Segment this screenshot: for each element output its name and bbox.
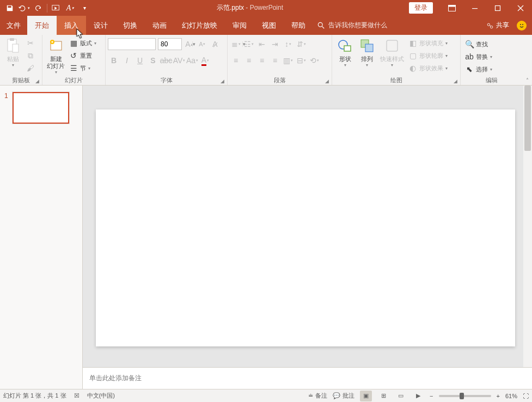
tab-animation[interactable]: 动画	[145, 16, 174, 35]
new-slide-button[interactable]: 新建 幻灯片 ▾	[45, 36, 67, 76]
thumbnail-item[interactable]: 1	[0, 86, 82, 130]
zoom-slider-handle[interactable]	[460, 393, 464, 399]
increase-indent-icon[interactable]: ⇥	[269, 38, 281, 50]
strikethrough-icon[interactable]: abc	[160, 54, 172, 66]
tab-home[interactable]: 开始	[27, 16, 57, 35]
format-painter-button[interactable]: 🖌	[24, 62, 37, 74]
app-name: PowerPoint	[250, 4, 283, 11]
notes-pane[interactable]: 单击此处添加备注	[83, 367, 532, 389]
shape-outline-button[interactable]: ▢形状轮廓▾	[406, 50, 450, 62]
vertical-scrollbar[interactable]	[523, 86, 532, 367]
align-text-icon[interactable]: ⊟▾	[295, 54, 307, 66]
zoom-level[interactable]: 61%	[505, 393, 517, 399]
reset-button[interactable]: ↺重置	[67, 50, 99, 62]
find-button[interactable]: 🔍查找	[463, 38, 494, 50]
slide-canvas-viewport[interactable]	[83, 86, 532, 367]
qat-customize-icon[interactable]: ▾	[78, 2, 91, 15]
bullets-icon[interactable]: ≣▾	[230, 38, 242, 50]
change-case-icon[interactable]: Aa▾	[186, 54, 198, 66]
font-launcher-icon[interactable]: ◢	[219, 77, 226, 84]
select-button[interactable]: ⬉选择▾	[463, 63, 494, 75]
slide-thumbnail[interactable]	[13, 92, 69, 124]
tab-view[interactable]: 视图	[254, 16, 284, 35]
share-button[interactable]: 共享	[486, 21, 509, 30]
text-direction-icon[interactable]: ⇵▾	[295, 38, 307, 50]
close-button[interactable]	[509, 0, 532, 16]
font-color-icon[interactable]: A▾	[199, 54, 211, 66]
tab-insert[interactable]: 插入	[57, 16, 86, 35]
tab-transition[interactable]: 切换	[115, 16, 145, 35]
comments-toggle[interactable]: 💬批注	[333, 392, 354, 400]
cut-button[interactable]: ✂	[24, 37, 37, 49]
align-right-icon[interactable]: ≡	[256, 54, 268, 66]
slideshow-view-icon[interactable]: ▶	[412, 391, 424, 401]
tab-file[interactable]: 文件	[0, 16, 27, 35]
align-center-icon[interactable]: ≡	[243, 54, 255, 66]
italic-icon[interactable]: I	[121, 54, 133, 66]
accessibility-check-icon[interactable]: ☒	[74, 392, 80, 399]
char-spacing-icon[interactable]: AV▾	[173, 54, 185, 66]
format-painter-icon: 🖌	[26, 64, 35, 72]
font-size-combo[interactable]: ▾	[158, 38, 182, 50]
shape-fill-button[interactable]: ◧形状填充▾	[406, 37, 450, 49]
start-from-beginning-icon[interactable]	[50, 2, 63, 15]
arrange-button[interactable]: 排列▾	[356, 36, 378, 69]
tell-me-search[interactable]: 告诉我你想要做什么	[317, 16, 387, 35]
normal-view-icon[interactable]: ▣	[360, 391, 372, 401]
smartart-convert-icon[interactable]: ⟲▾	[308, 54, 320, 66]
zoom-out-icon[interactable]: −	[430, 393, 433, 399]
tab-review[interactable]: 审阅	[225, 16, 254, 35]
reading-view-icon[interactable]: ▭	[395, 391, 407, 401]
quick-styles-button[interactable]: 快速样式▾	[378, 36, 406, 69]
window-title: 示范.pptx - PowerPoint	[91, 3, 409, 13]
line-spacing-icon[interactable]: ↕▾	[282, 38, 294, 50]
redo-icon[interactable]	[32, 2, 45, 15]
collapse-ribbon-icon[interactable]: ˄	[522, 35, 532, 85]
font-family-combo[interactable]: ▾	[108, 38, 156, 50]
minimize-button[interactable]	[463, 0, 486, 16]
notes-toggle[interactable]: ≐备注	[308, 392, 327, 400]
underline-icon[interactable]: U	[134, 54, 146, 66]
slide-canvas[interactable]	[96, 109, 515, 346]
layout-button[interactable]: ▦版式▾	[67, 37, 99, 49]
maximize-button[interactable]	[486, 0, 509, 16]
copy-button[interactable]: ⧉	[24, 50, 37, 62]
ribbon-display-options-icon[interactable]	[441, 0, 463, 16]
justify-icon[interactable]: ≡	[269, 54, 281, 66]
clear-formatting-icon[interactable]: A̷	[209, 38, 221, 50]
tab-design[interactable]: 设计	[86, 16, 115, 35]
slide-sorter-view-icon[interactable]: ⊞	[377, 391, 389, 401]
numbering-icon[interactable]: ☷▾	[243, 38, 255, 50]
columns-icon[interactable]: ▥▾	[282, 54, 294, 66]
group-font-label: 字体	[108, 76, 225, 85]
shadow-icon[interactable]: S	[147, 54, 159, 66]
drawing-launcher-icon[interactable]: ◢	[452, 77, 459, 84]
group-paragraph-label: 段落	[230, 76, 329, 85]
slide-thumbnail-panel[interactable]: 1	[0, 86, 83, 389]
shapes-button[interactable]: 形状▾	[334, 36, 356, 69]
bold-icon[interactable]: B	[108, 54, 120, 66]
tab-help[interactable]: 帮助	[284, 16, 313, 35]
feedback-smiley-icon[interactable]	[517, 21, 527, 31]
decrease-font-icon[interactable]: A▾	[196, 38, 208, 50]
replace-button[interactable]: ab替换▾	[463, 51, 494, 63]
touch-mode-icon[interactable]: A▾	[64, 2, 77, 15]
tab-slideshow[interactable]: 幻灯片放映	[174, 16, 225, 35]
scrollbar-thumb[interactable]	[524, 86, 531, 151]
increase-font-icon[interactable]: A▴	[183, 38, 195, 50]
save-icon[interactable]	[3, 2, 16, 15]
paragraph-launcher-icon[interactable]: ◢	[323, 77, 331, 84]
zoom-in-icon[interactable]: +	[497, 393, 500, 399]
clipboard-launcher-icon[interactable]: ◢	[34, 77, 41, 84]
decrease-indent-icon[interactable]: ⇤	[256, 38, 268, 50]
language-indicator[interactable]: 中文(中国)	[87, 392, 115, 400]
undo-icon[interactable]: ▾	[17, 2, 30, 15]
align-left-icon[interactable]: ≡	[230, 54, 242, 66]
slide-indicator[interactable]: 幻灯片 第 1 张，共 1 张	[3, 392, 66, 400]
zoom-slider[interactable]	[439, 395, 491, 397]
shape-effects-button[interactable]: ◐形状效果▾	[406, 62, 450, 74]
login-button[interactable]: 登录	[409, 2, 433, 14]
paste-button[interactable]: 粘贴 ▾	[2, 36, 24, 69]
section-button[interactable]: ☰节▾	[67, 62, 99, 74]
fit-to-window-icon[interactable]: ⛶	[523, 393, 529, 399]
